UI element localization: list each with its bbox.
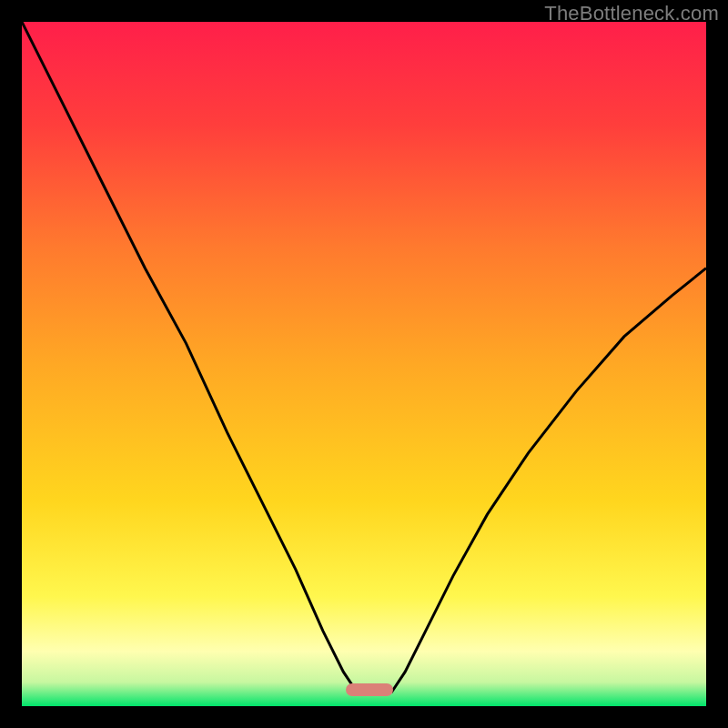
plot-area (22, 22, 706, 706)
curve-path (22, 22, 706, 693)
optimal-marker (346, 683, 393, 696)
bottleneck-curve (22, 22, 706, 706)
chart-frame: TheBottleneck.com (0, 0, 728, 728)
